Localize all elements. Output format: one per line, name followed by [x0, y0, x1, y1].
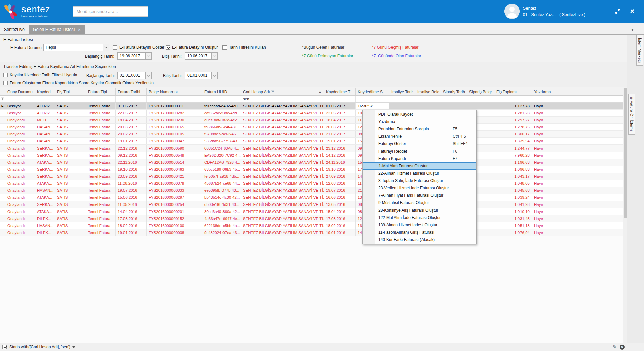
- table-row[interactable]: OnaylandıATAKA...SATISTemel Fatura11.08.…: [0, 180, 623, 187]
- filter-cell-kaydedilme_tarihi[interactable]: [324, 96, 356, 102]
- menu-item[interactable]: 11-Fason(Alınan) Giriş Faturası: [363, 229, 476, 236]
- dock-tab-islem-merkezi[interactable]: İşlem Merkezi: [636, 35, 643, 66]
- close-icon[interactable]: ×: [629, 8, 635, 14]
- column-header-irsaliye_belge[interactable]: İrsaliye Belge...: [415, 88, 441, 95]
- column-header-kaydeden[interactable]: Kayded...: [35, 88, 55, 95]
- column-header-siparis_belge[interactable]: Sipariş Belge...: [467, 88, 494, 95]
- menu-item[interactable]: 3-Toptan Satış İade Faturası Oluştur: [363, 177, 476, 184]
- table-row[interactable]: OnaylandıHASAN...SATISTemel Fatura20.02.…: [0, 131, 623, 138]
- checkbox-box[interactable]: [3, 73, 8, 77]
- table-row[interactable]: OnaylandıDİLEK...SATISTemel Fatura19.01.…: [0, 229, 623, 236]
- column-header-irsaliye_tarihi[interactable]: İrsaliye Tarihi: [389, 88, 415, 95]
- menu-item[interactable]: 122-Mal Alım İade Faturası Oluştur: [363, 214, 476, 221]
- menu-item[interactable]: Faturayı GösterShift+F4: [363, 140, 476, 148]
- menu-item[interactable]: Faturayı ReddetF6: [363, 148, 476, 155]
- menu-search-input[interactable]: [73, 6, 148, 17]
- scrollbar-thumb[interactable]: [624, 88, 627, 218]
- chevron-down-icon[interactable]: [145, 72, 151, 79]
- vertical-scrollbar[interactable]: [623, 88, 627, 343]
- menu-item[interactable]: 1-Mal Alım Faturası Oluştur: [363, 162, 476, 170]
- column-header-fis_tipi[interactable]: Fiş Tipi: [55, 88, 86, 95]
- checkbox-otomatik-yenile[interactable]: Fatura Oluşturma Ekranı Kapandıktan Sonr…: [3, 81, 154, 85]
- checkbox-detay-goster[interactable]: E-Fatura Detayını Göster: [113, 45, 164, 50]
- filter-dropdown-icon[interactable]: [72, 346, 75, 348]
- maximize-icon[interactable]: [614, 8, 621, 14]
- table-row[interactable]: OnaylandıATAKA...SATISTemel Fatura22.11.…: [0, 159, 623, 166]
- column-header-kaydedilme_tarihi[interactable]: Kaydedilme T...: [324, 88, 356, 95]
- checkbox-box[interactable]: [166, 45, 170, 50]
- table-row[interactable]: OnaylandıSERKA...SATISTemel Fatura22.12.…: [0, 145, 623, 152]
- column-header-onay_durumu[interactable]: Onay Durumu: [5, 88, 35, 95]
- table-row[interactable]: OnaylandıSERKA...SATISTemel Fatura23.09.…: [0, 173, 623, 180]
- chevron-down-icon[interactable]: [211, 72, 217, 79]
- tab-list-dropdown-icon[interactable]: ▼: [631, 28, 634, 32]
- column-header-yazdirma[interactable]: Yazdırma: [532, 88, 559, 95]
- menu-item[interactable]: 28-Konsinye Alış Faturası Oluştur: [363, 207, 476, 214]
- table-row[interactable]: OnaylandıHASAN...SATISTemel Fatura19.07.…: [0, 187, 623, 194]
- chevron-down-icon[interactable]: [145, 53, 151, 59]
- filter-cell-belge_numarasi[interactable]: [147, 96, 202, 102]
- e-fatura-durumu-select[interactable]: Hepsi: [43, 44, 109, 51]
- filter-cell-irsaliye_tarihi[interactable]: [389, 96, 415, 102]
- table-row[interactable]: OnaylandıDİLEK...SATISTemel Fatura17.03.…: [0, 215, 623, 222]
- edit-filter-icon[interactable]: ✎: [613, 344, 617, 350]
- bitis-tarihi-select[interactable]: 19.06.2017: [185, 52, 218, 60]
- filter-cell-cari_hesap_adi[interactable]: sen: [241, 96, 324, 102]
- column-header-fis_toplami[interactable]: Fiş Toplamı: [494, 88, 532, 95]
- menu-item[interactable]: Fatura KapandıF7: [363, 155, 476, 162]
- menu-item[interactable]: 139-Alınan Hizmet İadesi Oluştur: [363, 221, 476, 229]
- filter-cell-kaydeden[interactable]: [35, 96, 55, 102]
- menu-item[interactable]: Portaldan Faturaları SorgulaF5: [363, 125, 476, 133]
- column-header-kaydedilme_saati[interactable]: Kaydedilme S...: [356, 88, 389, 95]
- menu-item[interactable]: PDF Olarak Kaydet: [363, 111, 476, 118]
- table-row[interactable]: OnaylandıSERKA...SATISTemel Fatura11.05.…: [0, 201, 623, 208]
- table-row[interactable]: OnaylandıATAKA...SATISTemel Fatura14.04.…: [0, 208, 623, 215]
- menu-item[interactable]: Ekranı YenileCtrl+F5: [363, 133, 476, 140]
- column-header-belge_numarasi[interactable]: Belge Numarası: [147, 88, 202, 95]
- filter-cell-kaydedilme_saati[interactable]: [356, 96, 389, 102]
- column-header-fatura_uuid[interactable]: Fatura UUID: [202, 88, 241, 95]
- menu-item[interactable]: Yazdırma: [363, 118, 476, 125]
- transfer-baslangic-select[interactable]: 01.01.0001: [117, 72, 152, 79]
- checkbox-box[interactable]: [3, 81, 8, 85]
- filter-cell-irsaliye_belge[interactable]: [415, 96, 441, 102]
- filter-cell-onay_durumu[interactable]: [5, 96, 35, 102]
- table-row[interactable]: ▶BekliyorALİ RIZ...SATISTemel Fatura01.0…: [0, 103, 623, 110]
- filter-cell-fis_tipi[interactable]: [55, 96, 86, 102]
- menu-item[interactable]: 23-Verilen Hizmet İade Faturası Oluştur: [363, 184, 476, 192]
- checkbox-box[interactable]: [113, 45, 117, 50]
- filter-cell-yazdirma[interactable]: [532, 96, 559, 102]
- filter-cell-fatura_tarihi[interactable]: [116, 96, 147, 102]
- table-row[interactable]: OnaylandıATAKA...SATISTemel Fatura15.06.…: [0, 194, 623, 201]
- filter-cell-fatura_tipi[interactable]: [86, 96, 116, 102]
- clear-filter-icon[interactable]: ✕: [620, 345, 625, 350]
- baslangic-tarihi-select[interactable]: 19.06.2017: [117, 52, 152, 60]
- filter-cell-siparis_belge[interactable]: [467, 96, 494, 102]
- checkbox-tarih-filtresi[interactable]: Tarih Filtresini Kullan: [222, 45, 266, 50]
- table-row[interactable]: OnaylandıMETE...SATISTemel Fatura18.04.2…: [0, 117, 623, 124]
- filter-enabled-checkbox[interactable]: [2, 345, 7, 349]
- checkbox-box[interactable]: [222, 45, 227, 50]
- column-header-cari_hesap_adi[interactable]: Cari Hesap Adı▲: [241, 88, 324, 95]
- table-row[interactable]: OnaylandıHASAN...SATISTemel Fatura18.02.…: [0, 222, 623, 229]
- checkbox-detay-olustur[interactable]: E-Fatura Detayını Oluştur: [166, 45, 218, 50]
- chevron-down-icon[interactable]: [103, 44, 109, 51]
- tab-close-icon[interactable]: ×: [78, 27, 81, 32]
- table-row[interactable]: OnaylandıSERKA...SATISTemel Fatura09.12.…: [0, 152, 623, 159]
- filter-cell-fatura_uuid[interactable]: [202, 96, 241, 102]
- menu-item[interactable]: 22-Alınan Hizmet Faturası Oluştur: [363, 170, 476, 177]
- menu-item[interactable]: 140-Kur Farkı Faturası (Alacak): [363, 236, 476, 243]
- transfer-bitis-select[interactable]: 01.01.0001: [185, 72, 218, 79]
- filter-cell-siparis_tarihi[interactable]: [441, 96, 467, 102]
- dock-tab-e-fatura-on-izleme[interactable]: E-Fatura Ön İzleme: [628, 94, 635, 135]
- tab-gelen-e-fatura-listesi[interactable]: Gelen E-Fatura Listesi ×: [29, 25, 85, 34]
- user-info[interactable]: Sentez 01 - Sentez Yaz... - ( SentezLive…: [504, 4, 585, 19]
- column-header-fatura_tipi[interactable]: Fatura Tipi: [86, 88, 116, 95]
- menu-item[interactable]: 7-Alınan Fiyat Farkı Faturası Oluştur: [363, 192, 476, 199]
- column-header-fatura_tarihi[interactable]: Fatura Tarihi: [116, 88, 147, 95]
- column-header-siparis_tarihi[interactable]: Sipariş Tarihi: [441, 88, 467, 95]
- table-row[interactable]: OnaylandıHASAN...SATISTemel Fatura19.01.…: [0, 138, 623, 145]
- table-row[interactable]: OnaylandıSERKA...SATISTemel Fatura19.10.…: [0, 166, 623, 173]
- minimize-icon[interactable]: —: [600, 8, 606, 14]
- table-row[interactable]: OnaylandıHASAN...SATISTemel Fatura20.03.…: [0, 124, 623, 131]
